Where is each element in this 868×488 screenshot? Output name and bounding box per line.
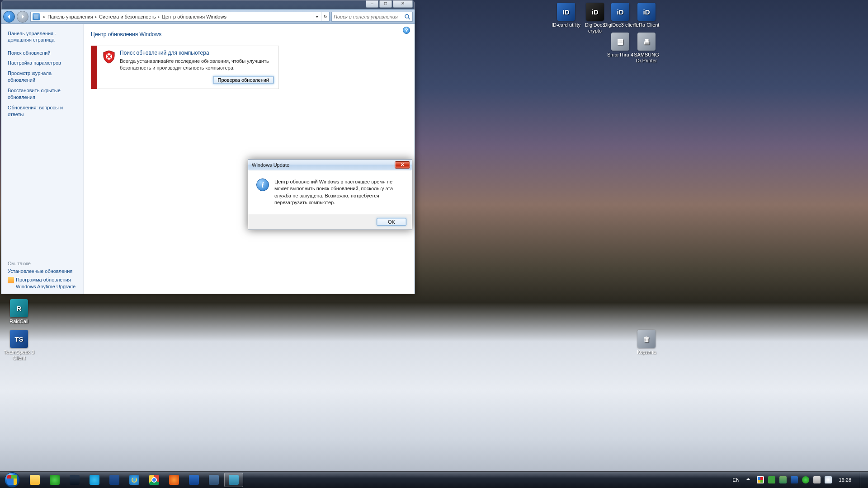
dialog-title: Windows Update bbox=[252, 162, 395, 168]
start-button[interactable] bbox=[0, 472, 24, 488]
action-center-icon[interactable] bbox=[757, 476, 764, 483]
sidebar-link-history[interactable]: Просмотр журнала обновлений bbox=[8, 70, 79, 84]
taskbar-item-chrome[interactable] bbox=[145, 473, 164, 487]
desktop-icon-tera[interactable]: iD TeRa Client bbox=[629, 3, 664, 28]
sidebar-home-link[interactable]: Панель управления - домашняя страница bbox=[8, 30, 79, 43]
minimize-button[interactable]: – bbox=[366, 0, 378, 8]
anytime-upgrade-icon bbox=[8, 277, 14, 283]
desktop-icon-teamspeak[interactable]: TS TeamSpeak 3 Client bbox=[2, 330, 36, 361]
check-updates-button[interactable]: Проверка обновлений bbox=[213, 76, 274, 84]
sidebar: Панель управления - домашняя страница По… bbox=[1, 24, 84, 294]
utorrent-tray-icon[interactable] bbox=[802, 476, 809, 483]
breadcrumb-item[interactable]: Панель управления bbox=[47, 14, 93, 19]
breadcrumb-item[interactable]: Центр обновления Windows bbox=[162, 14, 226, 19]
taskbar-item-lang[interactable] bbox=[224, 473, 243, 487]
app-icon: 🖶 bbox=[637, 33, 656, 51]
svg-line-2 bbox=[408, 18, 410, 19]
sidebar-link-faq[interactable]: Обновления: вопросы и ответы bbox=[8, 104, 79, 118]
windows-update-dialog: Windows Update ✕ i Центр обновлений Wind… bbox=[248, 159, 412, 230]
ie-icon bbox=[129, 475, 139, 485]
taskbar-item-app1[interactable] bbox=[204, 473, 223, 487]
firefox-icon bbox=[169, 475, 179, 485]
icon-label: Корзина bbox=[629, 349, 664, 355]
info-icon: i bbox=[256, 178, 269, 191]
taskbar: EN 16:28 bbox=[0, 471, 868, 488]
chevron-right-icon: ▸ bbox=[158, 14, 160, 19]
control-panel-icon bbox=[33, 13, 40, 20]
steam-icon bbox=[70, 475, 80, 485]
taskbar-item-vbox[interactable] bbox=[184, 473, 203, 487]
app-icon: iD bbox=[611, 3, 629, 21]
svg-rect-0 bbox=[34, 14, 38, 19]
virtualbox-icon bbox=[189, 475, 199, 485]
dialog-message: Центр обновлений Windows в настоящее вре… bbox=[274, 178, 405, 206]
network-icon[interactable] bbox=[825, 476, 832, 483]
taskbar-item-firefox[interactable] bbox=[165, 473, 184, 487]
icon-label: TeRa Client bbox=[629, 22, 664, 28]
chevron-right-icon: ▸ bbox=[95, 14, 97, 19]
nav-forward-button[interactable] bbox=[17, 11, 28, 23]
taskbar-item-steam[interactable] bbox=[65, 473, 84, 487]
taskbar-item-ie[interactable] bbox=[125, 473, 144, 487]
word-icon bbox=[109, 475, 119, 485]
sidebar-link-search-updates[interactable]: Поиск обновлений bbox=[8, 50, 79, 56]
system-tray: EN 16:28 bbox=[726, 472, 866, 488]
titlebar[interactable] bbox=[1, 0, 415, 9]
clock[interactable]: 16:28 bbox=[836, 477, 854, 483]
close-button[interactable]: ✕ bbox=[393, 0, 413, 8]
volume-icon[interactable] bbox=[813, 476, 821, 483]
language-indicator[interactable]: EN bbox=[731, 477, 741, 483]
desktop-icon-drprinter[interactable]: 🖶 SAMSUNG Dr.Printer bbox=[629, 33, 664, 63]
breadcrumb[interactable]: ▸ Панель управления ▸ Система и безопасн… bbox=[30, 12, 330, 22]
search-input[interactable] bbox=[334, 14, 404, 19]
lang-icon bbox=[229, 475, 239, 485]
idcard-tray-icon[interactable] bbox=[791, 476, 798, 483]
ok-button[interactable]: OK bbox=[377, 218, 406, 226]
utorrent-icon bbox=[50, 475, 60, 485]
icon-label: TeamSpeak 3 Client bbox=[2, 349, 36, 361]
icon-label: SAMSUNG Dr.Printer bbox=[629, 52, 664, 63]
svg-point-1 bbox=[405, 14, 409, 18]
desktop-icon-recycle-bin[interactable]: 🗑 Корзина bbox=[629, 330, 664, 355]
chevron-right-icon: ▸ bbox=[43, 14, 46, 19]
card-body: Всегда устанавливайте последние обновлен… bbox=[120, 58, 274, 71]
app-icon: ID bbox=[557, 3, 575, 21]
dialog-close-button[interactable]: ✕ bbox=[395, 161, 410, 169]
app-icon: TS bbox=[10, 330, 28, 348]
page-title: Центр обновления Windows bbox=[91, 31, 407, 38]
status-stripe bbox=[91, 46, 97, 89]
see-also-label: См. также bbox=[8, 261, 79, 266]
tray-icon[interactable] bbox=[779, 476, 787, 483]
taskbar-item-skype[interactable] bbox=[85, 473, 104, 487]
arrow-right-icon bbox=[20, 14, 25, 19]
recycle-bin-icon: 🗑 bbox=[637, 330, 656, 348]
nvidia-icon[interactable] bbox=[768, 476, 775, 483]
taskbar-item-word[interactable] bbox=[105, 473, 124, 487]
sidebar-link-restore-hidden[interactable]: Восстановить скрытые обновления bbox=[8, 87, 79, 101]
sidebar-link-anytime-upgrade[interactable]: Программа обновления Windows Anytime Upg… bbox=[16, 277, 79, 290]
icon-label: RaidCall bbox=[2, 319, 36, 324]
breadcrumb-refresh[interactable]: ↻ bbox=[321, 12, 329, 21]
nav-row: ▸ Панель управления ▸ Система и безопасн… bbox=[1, 9, 415, 24]
app-icon: iD bbox=[586, 3, 604, 21]
show-desktop-button[interactable] bbox=[860, 472, 864, 488]
app-icon: ▦ bbox=[611, 33, 629, 51]
sidebar-link-installed[interactable]: Установленные обновления bbox=[8, 268, 79, 275]
taskbar-item-utorrent[interactable] bbox=[45, 473, 64, 487]
search-icon[interactable] bbox=[404, 14, 410, 20]
app-icon bbox=[209, 475, 219, 485]
search-box[interactable] bbox=[331, 12, 413, 22]
dialog-titlebar[interactable]: Windows Update ✕ bbox=[248, 160, 412, 170]
sidebar-link-settings[interactable]: Настройка параметров bbox=[8, 60, 79, 66]
maximize-button[interactable]: □ bbox=[379, 0, 392, 8]
nav-back-button[interactable] bbox=[3, 11, 15, 23]
update-status-card: Поиск обновлений для компьютера Всегда у… bbox=[91, 46, 279, 89]
breadcrumb-item[interactable]: Система и безопасность bbox=[99, 14, 156, 19]
help-icon[interactable]: ? bbox=[403, 27, 410, 34]
tray-overflow-icon[interactable] bbox=[745, 476, 753, 483]
chrome-icon bbox=[149, 475, 159, 485]
arrow-left-icon bbox=[6, 14, 12, 19]
breadcrumb-dropdown[interactable]: ▾ bbox=[313, 12, 321, 21]
taskbar-item-explorer[interactable] bbox=[25, 473, 44, 487]
desktop-icon-raidcall[interactable]: R RaidCall bbox=[2, 299, 36, 324]
